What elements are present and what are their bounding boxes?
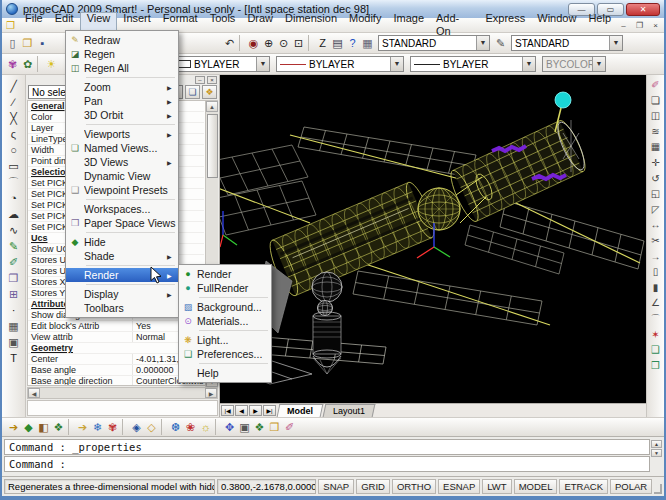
chevron-down-icon[interactable]: ▼: [390, 57, 403, 71]
layer-thaw-icon[interactable]: ✾: [105, 419, 120, 435]
mdi-close-button[interactable]: ×: [649, 21, 662, 30]
toggle-polar[interactable]: POLAR: [610, 479, 652, 494]
open-file-icon[interactable]: ❐: [20, 35, 35, 51]
layer-manager-icon[interactable]: ❖: [252, 419, 267, 435]
scroll-up-icon[interactable]: ▲: [206, 101, 218, 112]
command-scroll-spinner[interactable]: ▲ ▼: [651, 440, 662, 457]
chamfer-icon[interactable]: ∠: [648, 295, 664, 311]
menu-item-workspaces[interactable]: Workspaces...: [66, 202, 178, 216]
text-icon[interactable]: T: [5, 350, 22, 366]
toggle-snap[interactable]: SNAP: [318, 479, 354, 494]
dimstyle-combo[interactable]: STANDARD ▼: [378, 35, 490, 51]
chevron-down-icon[interactable]: ▼: [476, 36, 489, 50]
undo-icon[interactable]: ↶: [222, 35, 237, 51]
menu-item-dynamic-view[interactable]: Dynamic View: [66, 169, 178, 183]
toggle-etrack[interactable]: ETRACK: [559, 479, 608, 494]
regen-icon[interactable]: Z: [315, 35, 330, 51]
copy-icon[interactable]: ❏: [648, 93, 664, 109]
ellipse-icon[interactable]: ◔: [5, 190, 22, 206]
menu-item-toolbars[interactable]: Toolbars: [66, 301, 178, 315]
tab-nav-button[interactable]: ▶: [249, 405, 262, 416]
toggle-lwt[interactable]: LWT: [482, 479, 511, 494]
pattern-icon[interactable]: ▦: [5, 318, 22, 334]
menu-item-pan[interactable]: Pan▶: [66, 94, 178, 108]
menu-item-viewports[interactable]: Viewports▶: [66, 127, 178, 141]
block-icon[interactable]: ❐: [5, 270, 22, 286]
menu-item-display[interactable]: Display▶: [66, 287, 178, 301]
rotate-icon[interactable]: ↺: [648, 171, 664, 187]
zoom-in-icon[interactable]: ⊕: [261, 35, 276, 51]
menu-item-fullrender[interactable]: ●FullRender: [179, 281, 271, 295]
menu-item-materials[interactable]: ⊙Materials...: [179, 314, 271, 328]
break-icon[interactable]: ▯: [648, 264, 664, 280]
erase-icon[interactable]: ✐: [648, 77, 664, 93]
lineweight-combo[interactable]: BYLAYER ▼: [410, 56, 536, 72]
polyline-icon[interactable]: ∕: [5, 94, 22, 110]
dimstyle-icon[interactable]: ▦: [360, 35, 375, 51]
ungroup-icon[interactable]: ❒: [648, 358, 664, 374]
layer-unlock-icon[interactable]: ◇: [144, 419, 159, 435]
on-all-icon[interactable]: ❀: [183, 419, 198, 435]
layer-freeze-icon[interactable]: ❄: [90, 419, 105, 435]
menu-item-zoom[interactable]: Zoom▶: [66, 80, 178, 94]
menu-item-help[interactable]: Help: [179, 366, 271, 380]
arc2-icon[interactable]: ⌒: [5, 174, 22, 190]
spline-icon[interactable]: ∿: [5, 222, 22, 238]
chevron-down-icon[interactable]: ▼: [256, 57, 269, 71]
menu-item-regen[interactable]: ◪Regen: [66, 47, 178, 61]
shade-small-icon[interactable]: ◧: [36, 419, 51, 435]
mdi-minimize-button[interactable]: –: [617, 21, 630, 30]
palette-minimize-icon[interactable]: –: [195, 76, 205, 84]
zoom-dynamic-icon[interactable]: ◉: [246, 35, 261, 51]
construction-line-icon[interactable]: ╳: [5, 110, 22, 126]
menu-item-3d-views[interactable]: 3D Views▶: [66, 155, 178, 169]
regen-small-icon[interactable]: ✿: [20, 56, 35, 72]
line-icon[interactable]: ╱: [5, 78, 22, 94]
color-combo[interactable]: BYLAYER ▼: [174, 56, 270, 72]
toggle-ortho[interactable]: ORTHO: [392, 479, 436, 494]
lengthen-icon[interactable]: ↔: [648, 217, 664, 233]
menu-item-regen-all[interactable]: ◫Regen All: [66, 61, 178, 75]
stretch-icon[interactable]: ◸: [648, 202, 664, 218]
toggle-esnap[interactable]: ESNAP: [438, 479, 480, 494]
zoom-window-icon[interactable]: ⊡: [291, 35, 306, 51]
draworder-back-icon[interactable]: ➔: [75, 419, 90, 435]
plot-preview-icon[interactable]: ✥: [222, 419, 237, 435]
close-button[interactable]: ✕: [626, 3, 660, 16]
arc-icon[interactable]: ς: [5, 126, 22, 142]
thaw-all-icon[interactable]: ❆: [168, 419, 183, 435]
sun-icon[interactable]: ☼: [198, 419, 213, 435]
menu-item-named-views[interactable]: ❏Named Views...: [66, 141, 178, 155]
menu-item-preferences[interactable]: ❑Preferences...: [179, 347, 271, 361]
menu-item-render[interactable]: ●Render: [179, 267, 271, 281]
menu-item-light[interactable]: ❋Light...: [179, 333, 271, 347]
move-icon[interactable]: ✛: [648, 155, 664, 171]
image-manager-icon[interactable]: ▣: [237, 419, 252, 435]
tab-layout1[interactable]: Layout1: [323, 404, 376, 417]
spinner-down-icon[interactable]: ▼: [651, 449, 662, 457]
new-file-icon[interactable]: ▯: [5, 35, 20, 51]
point-icon[interactable]: ·: [5, 302, 22, 318]
save-icon[interactable]: ▪: [35, 35, 50, 51]
menu-item-paper-space-views[interactable]: ❒Paper Space Views: [66, 216, 178, 230]
menu-item-redraw[interactable]: ✎Redraw: [66, 33, 178, 47]
scroll-right-icon[interactable]: ▶: [205, 388, 217, 398]
hatch-icon[interactable]: ✎: [5, 238, 22, 254]
quick-select-button[interactable]: ❏: [185, 85, 200, 99]
purge-icon[interactable]: ✐: [282, 419, 297, 435]
help-icon[interactable]: ?: [345, 35, 360, 51]
scale-icon[interactable]: ◱: [648, 186, 664, 202]
toggle-grid[interactable]: GRID: [356, 479, 390, 494]
tab-nav-button[interactable]: ▶|: [263, 405, 276, 416]
rectangle-icon[interactable]: ▭: [5, 158, 22, 174]
textstyle-combo[interactable]: STANDARD ▼: [511, 35, 623, 51]
plot-icon[interactable]: ▤: [330, 35, 345, 51]
circle-icon[interactable]: ○: [5, 142, 22, 158]
draworder-icon[interactable]: ➔: [6, 419, 21, 435]
offset-icon[interactable]: ≋: [648, 124, 664, 140]
folder-small-icon[interactable]: ❐: [267, 419, 282, 435]
menu-item-shade[interactable]: Shade▶: [66, 249, 178, 263]
palette-close-icon[interactable]: ×: [207, 76, 217, 84]
chevron-down-icon[interactable]: ▼: [609, 36, 622, 50]
join-icon[interactable]: ▮: [648, 280, 664, 296]
